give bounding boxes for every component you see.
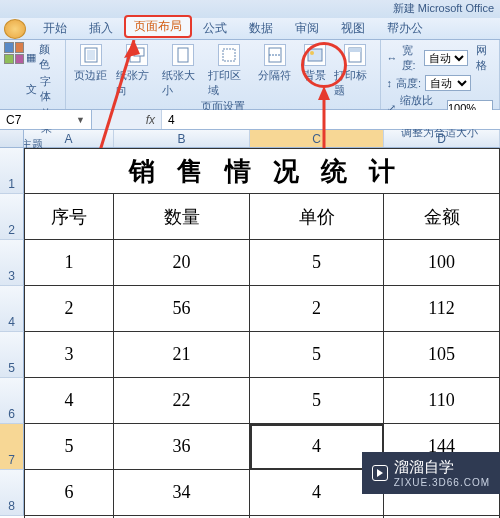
width-label: 宽度: [402, 43, 421, 73]
size-label: 纸张大小 [162, 68, 204, 98]
table-cell[interactable]: 22 [114, 378, 250, 424]
watermark: 溜溜自学 ZIXUE.3D66.COM [362, 452, 500, 494]
formula-input[interactable]: 4 [162, 110, 500, 129]
ribbon: ▦颜色 文字体 ◯效果 主题 页边距 纸张方向 纸张大小 打印区域 分隔符 背景… [0, 40, 500, 110]
table-cell[interactable]: 4 [24, 378, 114, 424]
row-5[interactable]: 5 [0, 332, 24, 378]
table-cell[interactable]: 21 [114, 332, 250, 378]
col-A[interactable]: A [24, 130, 114, 147]
theme-colors-icon[interactable]: ▦ [26, 51, 36, 64]
hdr-B[interactable]: 数量 [114, 194, 250, 240]
svg-rect-11 [349, 48, 361, 52]
group-page-setup: 页边距 纸张方向 纸张大小 打印区域 分隔符 背景 打印标题 页面设置 [66, 40, 381, 109]
play-icon [372, 465, 388, 481]
background-button[interactable]: 背景 [300, 42, 330, 98]
theme-fonts-icon[interactable]: 文 [26, 82, 37, 97]
row-4[interactable]: 4 [0, 286, 24, 332]
table-cell[interactable]: 5 [24, 424, 114, 470]
name-box-value: C7 [6, 113, 21, 127]
col-B[interactable]: B [114, 130, 250, 147]
orientation-button[interactable]: 纸张方向 [116, 42, 158, 98]
svg-rect-1 [87, 50, 95, 60]
table-cell[interactable]: 112 [384, 286, 500, 332]
table-cell[interactable]: 1 [24, 240, 114, 286]
tab-page-layout[interactable]: 页面布局 [124, 15, 192, 38]
fx-button[interactable]: fx [92, 110, 162, 129]
table-cell[interactable]: 105 [384, 332, 500, 378]
row-2[interactable]: 2 [0, 194, 24, 240]
svg-rect-5 [223, 49, 235, 61]
table-cell[interactable]: 110 [384, 378, 500, 424]
theme-colors-label: 颜色 [39, 42, 60, 72]
row-7[interactable]: 7 [0, 424, 24, 470]
height-label: 高度: [396, 76, 421, 91]
themes-icon[interactable] [4, 42, 24, 64]
table-cell[interactable]: 3 [24, 332, 114, 378]
print-titles-button[interactable]: 打印标题 [334, 42, 376, 98]
height-select[interactable]: 自动 [425, 75, 471, 91]
tab-data[interactable]: 数据 [238, 17, 284, 39]
watermark-url: ZIXUE.3D66.COM [394, 477, 490, 488]
table-cell[interactable]: 2 [250, 286, 384, 332]
tab-home[interactable]: 开始 [32, 17, 78, 39]
table-cell[interactable]: 100 [384, 240, 500, 286]
size-button[interactable]: 纸张大小 [162, 42, 204, 98]
gridline-label: 网格 [476, 43, 493, 73]
margins-label: 页边距 [74, 68, 107, 83]
office-button[interactable] [4, 19, 26, 39]
table-cell[interactable]: 36 [114, 424, 250, 470]
title-bar: 新建 Microsoft Office [0, 0, 500, 18]
row-headers: 1 2 3 4 5 6 7 8 [0, 148, 24, 516]
table-cell[interactable]: 6 [24, 470, 114, 516]
svg-rect-8 [308, 49, 322, 61]
group-themes: ▦颜色 文字体 ◯效果 主题 [0, 40, 66, 109]
svg-point-9 [310, 51, 314, 55]
tab-insert[interactable]: 插入 [78, 17, 124, 39]
watermark-brand: 溜溜自学 [394, 458, 490, 477]
name-box[interactable]: C7▼ [0, 110, 92, 129]
sheet-title[interactable]: 销售情况统计 [24, 148, 500, 194]
table-cell[interactable]: 5 [250, 332, 384, 378]
row-6[interactable]: 6 [0, 378, 24, 424]
row-3[interactable]: 3 [0, 240, 24, 286]
breaks-label: 分隔符 [258, 68, 291, 83]
print-area-button[interactable]: 打印区域 [208, 42, 250, 98]
col-D[interactable]: D [384, 130, 500, 147]
ribbon-tabs: 开始 插入 页面布局 公式 数据 审阅 视图 帮办公 [0, 18, 500, 40]
row-8[interactable]: 8 [0, 470, 24, 516]
svg-rect-4 [178, 48, 188, 62]
svg-rect-3 [134, 48, 144, 56]
print-area-label: 打印区域 [208, 68, 250, 98]
group-scale: ↔宽度:自动网格 ↕高度:自动 ⤢缩放比例: 调整为合适大小 [381, 40, 500, 109]
hdr-D[interactable]: 金额 [384, 194, 500, 240]
table-cell[interactable]: 34 [114, 470, 250, 516]
orientation-label: 纸张方向 [116, 68, 158, 98]
table-cell[interactable]: 2 [24, 286, 114, 332]
window-title: 新建 Microsoft Office [393, 1, 494, 16]
table-cell[interactable]: 5 [250, 240, 384, 286]
width-select[interactable]: 自动 [424, 50, 468, 66]
print-titles-label: 打印标题 [334, 68, 376, 98]
tab-view[interactable]: 视图 [330, 17, 376, 39]
fx-label: fx [146, 113, 155, 127]
table-cell[interactable]: 20 [114, 240, 250, 286]
breaks-button[interactable]: 分隔符 [254, 42, 296, 98]
tab-formulas[interactable]: 公式 [192, 17, 238, 39]
col-C[interactable]: C [250, 130, 384, 147]
width-icon: ↔ [387, 52, 398, 64]
column-headers: A B C D [0, 130, 500, 148]
chevron-down-icon[interactable]: ▼ [76, 115, 85, 125]
tab-review[interactable]: 审阅 [284, 17, 330, 39]
formula-bar: C7▼ fx 4 [0, 110, 500, 130]
formula-value: 4 [168, 113, 175, 127]
tab-help[interactable]: 帮办公 [376, 17, 434, 39]
hdr-A[interactable]: 序号 [24, 194, 114, 240]
table-cell[interactable]: 5 [250, 378, 384, 424]
table-cell[interactable]: 56 [114, 286, 250, 332]
hdr-C[interactable]: 单价 [250, 194, 384, 240]
select-all-corner[interactable] [0, 130, 24, 147]
height-icon: ↕ [387, 77, 393, 89]
row-1[interactable]: 1 [0, 148, 24, 194]
theme-fonts-label: 字体 [40, 74, 60, 104]
margins-button[interactable]: 页边距 [70, 42, 112, 98]
